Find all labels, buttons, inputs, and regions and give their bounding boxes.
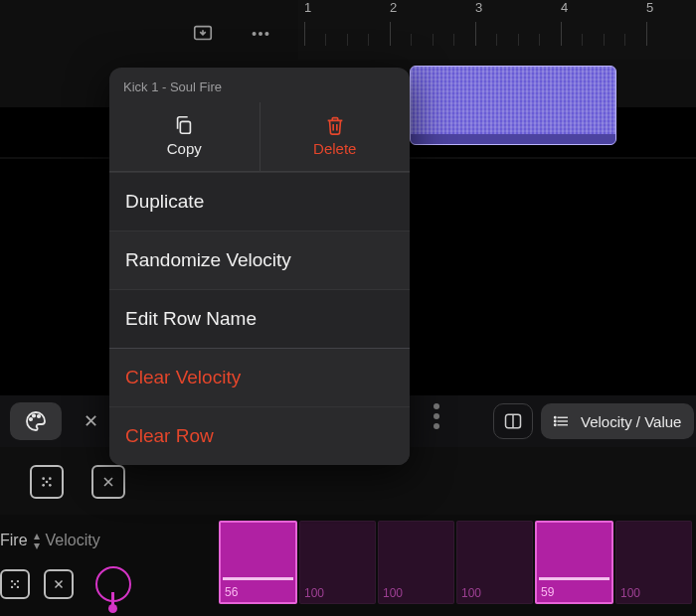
svg-point-20 <box>46 481 49 484</box>
row-context-menu: Kick 1 - Soul Fire Copy Delete Duplicate… <box>109 68 410 465</box>
ruler-number: 4 <box>561 0 568 15</box>
drag-handle-icon[interactable] <box>434 403 439 429</box>
parameter-label: Velocity / Value <box>581 413 681 430</box>
menu-item-randomize-velocity[interactable]: Randomize Velocity <box>109 231 410 289</box>
close-icon[interactable]: ✕ <box>74 410 108 432</box>
svg-point-7 <box>38 415 40 417</box>
svg-point-25 <box>11 586 13 588</box>
step-cell[interactable]: 100 <box>615 521 692 604</box>
import-icon[interactable] <box>189 20 217 48</box>
svg-point-5 <box>30 418 32 420</box>
ruler-number: 2 <box>390 0 397 15</box>
svg-point-14 <box>555 420 557 422</box>
svg-point-17 <box>49 477 52 480</box>
menu-title: Kick 1 - Soul Fire <box>109 68 410 102</box>
svg-point-13 <box>555 417 557 419</box>
delete-label: Delete <box>313 140 356 157</box>
menu-item-edit-row-name[interactable]: Edit Row Name <box>109 289 410 348</box>
svg-point-6 <box>33 414 35 416</box>
step-cell[interactable]: 56 <box>219 521 297 604</box>
joystick-icon[interactable] <box>95 566 131 602</box>
svg-point-3 <box>264 32 268 36</box>
step-cell[interactable]: 100 <box>378 521 454 604</box>
menu-item-duplicate[interactable]: Duplicate <box>109 172 410 231</box>
midi-region[interactable] <box>410 66 616 145</box>
svg-point-16 <box>42 477 45 480</box>
row-param-label: Velocity <box>46 532 100 549</box>
svg-point-23 <box>11 580 13 582</box>
ruler-number: 3 <box>475 0 482 15</box>
row-randomize-icon[interactable] <box>0 569 30 599</box>
step-cell[interactable]: 100 <box>299 521 376 604</box>
svg-point-15 <box>555 424 557 426</box>
menu-item-clear-row[interactable]: Clear Row <box>109 406 410 465</box>
svg-point-19 <box>49 484 52 487</box>
clear-icon[interactable] <box>91 465 125 499</box>
ruler-number: 5 <box>646 0 653 15</box>
list-icon <box>553 412 571 430</box>
step-sequencer-row: Fire ▴▾ Velocity 56 100 100 100 59 100 <box>0 515 696 616</box>
svg-rect-4 <box>181 121 191 133</box>
row-clear-icon[interactable] <box>44 569 74 599</box>
svg-point-24 <box>17 580 19 582</box>
step-cells: 56 100 100 100 59 100 <box>215 515 696 616</box>
svg-point-2 <box>259 32 262 36</box>
copy-button[interactable]: Copy <box>109 102 260 171</box>
svg-point-1 <box>253 32 257 36</box>
svg-point-26 <box>17 586 19 588</box>
svg-point-18 <box>42 484 45 487</box>
step-cell[interactable]: 100 <box>456 521 533 604</box>
palette-button[interactable] <box>10 402 62 440</box>
randomize-icon[interactable] <box>30 465 64 499</box>
row-name-label: Fire <box>0 532 28 549</box>
more-icon[interactable] <box>247 20 274 48</box>
delete-button[interactable]: Delete <box>260 102 411 171</box>
copy-label: Copy <box>167 140 202 157</box>
menu-item-clear-velocity[interactable]: Clear Velocity <box>109 348 410 406</box>
ruler-number: 1 <box>304 0 311 15</box>
sort-arrows-icon[interactable]: ▴▾ <box>34 531 40 550</box>
svg-point-27 <box>14 583 16 585</box>
timeline-ruler[interactable]: 1 2 3 4 5 <box>298 0 696 60</box>
step-cell[interactable]: 59 <box>535 521 613 604</box>
parameter-selector[interactable]: Velocity / Value <box>541 403 694 439</box>
split-view-button[interactable] <box>493 403 533 439</box>
